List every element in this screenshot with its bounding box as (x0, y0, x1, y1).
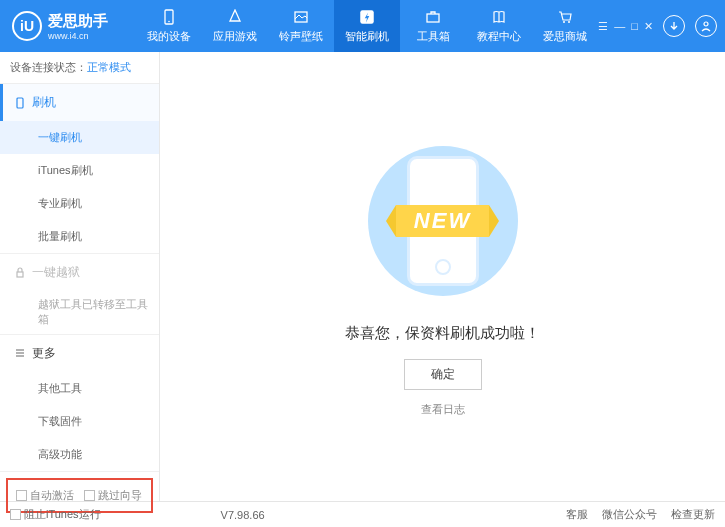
sidebar-group-flash[interactable]: 刷机 (0, 84, 159, 121)
sidebar-item-other-tools[interactable]: 其他工具 (0, 372, 159, 405)
nav-store[interactable]: 爱思商城 (532, 0, 598, 52)
svg-rect-9 (17, 272, 23, 277)
checkbox-block-itunes[interactable]: 阻止iTunes运行 (10, 507, 101, 522)
book-icon (489, 8, 509, 26)
top-nav: 我的设备 应用游戏 铃声壁纸 智能刷机 工具箱 教程中心 爱思商城 (136, 0, 598, 52)
menu-icon[interactable]: ☰ (598, 20, 608, 33)
nav-label: 爱思商城 (543, 29, 587, 44)
cart-icon (555, 8, 575, 26)
new-banner: NEW (396, 205, 489, 237)
group-title: 一键越狱 (32, 264, 80, 281)
nav-label: 教程中心 (477, 29, 521, 44)
flash-icon (357, 8, 377, 26)
nav-label: 铃声壁纸 (279, 29, 323, 44)
sidebar-group-jailbreak[interactable]: 一键越狱 (0, 254, 159, 291)
main-panel: NEW 恭喜您，保资料刷机成功啦！ 确定 查看日志 (160, 52, 725, 501)
sidebar-item-itunes-flash[interactable]: iTunes刷机 (0, 154, 159, 187)
status-label: 设备连接状态： (10, 61, 87, 73)
lock-icon (14, 267, 26, 279)
svg-point-5 (563, 21, 565, 23)
checkbox-skip-setup[interactable]: 跳过向导 (84, 488, 142, 503)
group-title: 更多 (32, 345, 56, 362)
checkbox-label: 跳过向导 (98, 488, 142, 503)
user-icon[interactable] (695, 15, 717, 37)
logo-icon: iU (12, 11, 42, 41)
phone-icon (14, 97, 26, 109)
brand-url: www.i4.cn (48, 31, 108, 41)
status-mode: 正常模式 (87, 61, 131, 73)
close-icon[interactable]: ✕ (644, 20, 653, 33)
svg-point-7 (704, 22, 708, 26)
maximize-icon[interactable]: □ (631, 20, 638, 32)
sidebar-item-advanced[interactable]: 高级功能 (0, 438, 159, 471)
nav-label: 我的设备 (147, 29, 191, 44)
checkbox-label: 自动激活 (30, 488, 74, 503)
toolbox-icon (423, 8, 443, 26)
version-label: V7.98.66 (221, 509, 265, 521)
group-title: 刷机 (32, 94, 56, 111)
sidebar-item-oneclick-flash[interactable]: 一键刷机 (0, 121, 159, 154)
titlebar-controls: ☰ — □ ✕ (598, 15, 725, 37)
titlebar: iU 爱思助手 www.i4.cn 我的设备 应用游戏 铃声壁纸 智能刷机 工具… (0, 0, 725, 52)
image-icon (291, 8, 311, 26)
sidebar-item-batch-flash[interactable]: 批量刷机 (0, 220, 159, 253)
checkbox-auto-activate[interactable]: 自动激活 (16, 488, 74, 503)
checkbox-label: 阻止iTunes运行 (24, 507, 101, 522)
success-illustration: NEW (333, 136, 553, 306)
nav-my-device[interactable]: 我的设备 (136, 0, 202, 52)
sidebar-item-download-firmware[interactable]: 下载固件 (0, 405, 159, 438)
svg-point-6 (568, 21, 570, 23)
nav-toolbox[interactable]: 工具箱 (400, 0, 466, 52)
logo-area: iU 爱思助手 www.i4.cn (0, 11, 136, 41)
brand-title: 爱思助手 (48, 12, 108, 31)
connection-status: 设备连接状态：正常模式 (0, 52, 159, 84)
svg-rect-4 (427, 14, 439, 22)
footer-link-support[interactable]: 客服 (566, 507, 588, 522)
sidebar-item-pro-flash[interactable]: 专业刷机 (0, 187, 159, 220)
success-message: 恭喜您，保资料刷机成功啦！ (345, 324, 540, 343)
svg-point-1 (169, 21, 171, 23)
download-icon[interactable] (663, 15, 685, 37)
nav-label: 工具箱 (417, 29, 450, 44)
nav-apps[interactable]: 应用游戏 (202, 0, 268, 52)
nav-ringtones[interactable]: 铃声壁纸 (268, 0, 334, 52)
apps-icon (225, 8, 245, 26)
nav-flash[interactable]: 智能刷机 (334, 0, 400, 52)
svg-rect-8 (17, 98, 23, 108)
view-log-link[interactable]: 查看日志 (421, 402, 465, 417)
confirm-button[interactable]: 确定 (404, 359, 482, 390)
footer-link-update[interactable]: 检查更新 (671, 507, 715, 522)
sidebar: 设备连接状态：正常模式 刷机 一键刷机 iTunes刷机 专业刷机 批量刷机 一… (0, 52, 160, 501)
sidebar-item-jailbreak-moved: 越狱工具已转移至工具箱 (0, 291, 159, 334)
device-icon (159, 8, 179, 26)
sidebar-group-more[interactable]: 更多 (0, 335, 159, 372)
nav-label: 应用游戏 (213, 29, 257, 44)
list-icon (14, 347, 26, 359)
nav-tutorials[interactable]: 教程中心 (466, 0, 532, 52)
nav-label: 智能刷机 (345, 29, 389, 44)
footer-link-wechat[interactable]: 微信公众号 (602, 507, 657, 522)
minimize-icon[interactable]: — (614, 20, 625, 32)
